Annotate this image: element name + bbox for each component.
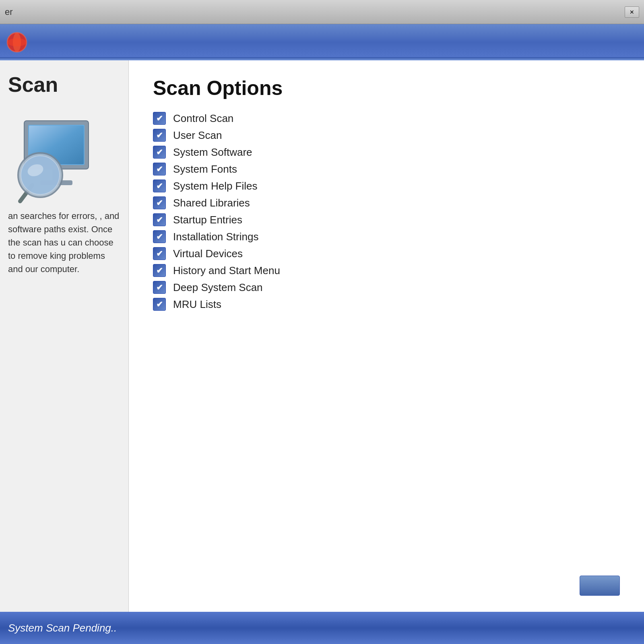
title-bar: er ✕ xyxy=(0,0,644,24)
checkbox-4[interactable]: ✔ xyxy=(153,180,166,192)
page-wrapper: er ✕ Scan xyxy=(0,0,644,644)
option-item-3[interactable]: ✔System Fonts xyxy=(153,163,620,175)
checkbox-8[interactable]: ✔ xyxy=(153,247,166,260)
option-item-1[interactable]: ✔User Scan xyxy=(153,129,620,142)
checkbox-6[interactable]: ✔ xyxy=(153,213,166,226)
status-bar: System Scan Pending.. xyxy=(0,612,644,644)
option-label-11: MRU Lists xyxy=(173,298,221,311)
logo-icon xyxy=(6,32,27,53)
option-item-0[interactable]: ✔Control Scan xyxy=(153,112,620,125)
computer-illustration xyxy=(8,105,113,209)
option-item-6[interactable]: ✔Startup Entries xyxy=(153,213,620,226)
checkbox-3[interactable]: ✔ xyxy=(153,163,166,175)
button-area xyxy=(580,576,620,596)
option-item-8[interactable]: ✔Virtual Devices xyxy=(153,247,620,260)
option-label-9: History and Start Menu xyxy=(173,264,280,277)
option-item-5[interactable]: ✔Shared Libraries xyxy=(153,196,620,209)
option-label-2: System Software xyxy=(173,146,252,159)
option-item-2[interactable]: ✔System Software xyxy=(153,146,620,159)
header-bar xyxy=(0,24,644,60)
option-item-4[interactable]: ✔System Help Files xyxy=(153,180,620,192)
right-panel: Scan Options ✔Control Scan✔User Scan✔Sys… xyxy=(129,60,644,612)
option-label-0: Control Scan xyxy=(173,112,233,125)
option-label-7: Installation Strings xyxy=(173,231,258,243)
svg-point-3 xyxy=(7,38,27,46)
main-content: Scan xyxy=(0,60,644,612)
checkbox-1[interactable]: ✔ xyxy=(153,129,166,142)
checkbox-2[interactable]: ✔ xyxy=(153,146,166,159)
checkbox-0[interactable]: ✔ xyxy=(153,112,166,125)
option-label-3: System Fonts xyxy=(173,163,237,175)
checkbox-5[interactable]: ✔ xyxy=(153,196,166,209)
options-list: ✔Control Scan✔User Scan✔System Software✔… xyxy=(153,112,620,311)
option-label-8: Virtual Devices xyxy=(173,248,243,260)
option-item-7[interactable]: ✔Installation Strings xyxy=(153,230,620,243)
option-label-1: User Scan xyxy=(173,129,222,142)
scan-options-title: Scan Options xyxy=(153,76,620,100)
left-panel: Scan xyxy=(0,60,129,612)
option-item-9[interactable]: ✔History and Start Menu xyxy=(153,264,620,277)
option-item-11[interactable]: ✔MRU Lists xyxy=(153,298,620,311)
scan-description: an searches for errors, , and software p… xyxy=(8,209,120,276)
option-label-5: Shared Libraries xyxy=(173,197,250,209)
title-bar-buttons: ✕ xyxy=(625,6,639,18)
checkbox-9[interactable]: ✔ xyxy=(153,264,166,277)
option-label-4: System Help Files xyxy=(173,180,258,192)
checkbox-7[interactable]: ✔ xyxy=(153,230,166,243)
option-item-10[interactable]: ✔Deep System Scan xyxy=(153,281,620,294)
close-button[interactable]: ✕ xyxy=(625,6,639,18)
next-button[interactable] xyxy=(580,576,620,596)
checkbox-11[interactable]: ✔ xyxy=(153,298,166,311)
title-bar-text: er xyxy=(5,7,13,17)
scan-title: Scan xyxy=(8,72,58,97)
option-label-10: Deep System Scan xyxy=(173,281,263,294)
status-text: System Scan Pending.. xyxy=(8,622,117,634)
option-label-6: Startup Entries xyxy=(173,214,242,226)
checkbox-10[interactable]: ✔ xyxy=(153,281,166,294)
